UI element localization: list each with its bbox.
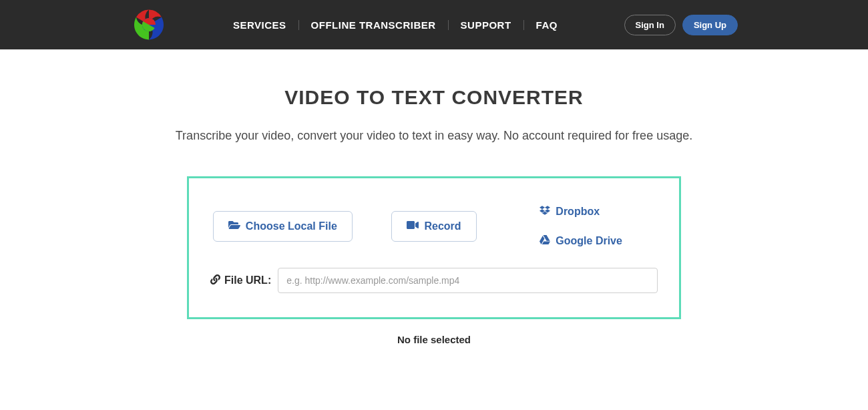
signin-button[interactable]: Sign In	[624, 15, 676, 35]
no-file-status: No file selected	[0, 334, 868, 345]
logo[interactable]	[130, 6, 168, 43]
file-url-label: File URL:	[210, 274, 271, 287]
video-icon	[407, 220, 419, 233]
dropbox-link[interactable]: Dropbox	[539, 205, 600, 218]
google-drive-label: Google Drive	[556, 235, 622, 247]
signup-button[interactable]: Sign Up	[682, 15, 738, 35]
google-drive-link[interactable]: Google Drive	[539, 234, 622, 248]
nav-link-services[interactable]: SERVICES	[221, 20, 299, 30]
file-url-row: File URL:	[210, 268, 658, 293]
logo-icon	[130, 6, 168, 43]
nav-links: SERVICES OFFLINE TRANSCRIBER SUPPORT FAQ	[221, 20, 570, 30]
link-icon	[210, 274, 220, 287]
navbar: SERVICES OFFLINE TRANSCRIBER SUPPORT FAQ…	[0, 0, 868, 49]
upload-options-row: Choose Local File Record Dropbox	[210, 205, 658, 248]
record-button[interactable]: Record	[391, 211, 476, 242]
folder-open-icon	[228, 220, 240, 233]
nav-link-support[interactable]: SUPPORT	[449, 20, 524, 30]
choose-local-file-button[interactable]: Choose Local File	[213, 211, 353, 242]
nav-link-offline-transcriber[interactable]: OFFLINE TRANSCRIBER	[299, 20, 449, 30]
dropbox-icon	[539, 205, 550, 218]
record-label: Record	[424, 220, 461, 232]
main-content: VIDEO TO TEXT CONVERTER Transcribe your …	[0, 49, 868, 345]
file-url-input[interactable]	[278, 268, 658, 293]
choose-local-file-label: Choose Local File	[246, 220, 337, 232]
page-title: VIDEO TO TEXT CONVERTER	[0, 86, 868, 109]
file-url-label-text: File URL:	[224, 274, 271, 286]
nav-auth: Sign In Sign Up	[624, 15, 738, 35]
nav-link-faq[interactable]: FAQ	[524, 20, 570, 30]
page-subtitle: Transcribe your video, convert your vide…	[0, 129, 868, 143]
dropbox-label: Dropbox	[556, 206, 600, 218]
google-drive-icon	[539, 234, 550, 248]
upload-box: Choose Local File Record Dropbox	[187, 176, 681, 319]
